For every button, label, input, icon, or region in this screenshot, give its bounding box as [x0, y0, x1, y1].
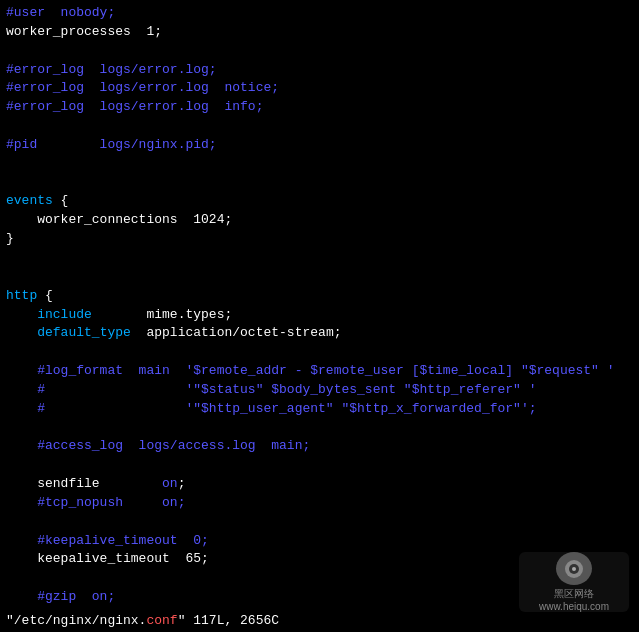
code-text: #tcp_nopush on;	[6, 495, 185, 510]
line-accesslog: #access_log logs/access.log main;	[6, 437, 633, 456]
line-empty	[6, 155, 633, 174]
code-text	[6, 325, 37, 340]
line-empty	[6, 513, 633, 532]
code-text: worker_connections 1024;	[6, 212, 232, 227]
watermark-icon	[556, 552, 592, 585]
code-text: worker_processes 1;	[6, 24, 162, 39]
svg-point-2	[572, 567, 576, 571]
code-text: # '"$status" $body_bytes_sent "$http_ref…	[6, 382, 537, 397]
line-sendfile: sendfile on;	[6, 475, 633, 494]
code-text: keepalive_timeout 65;	[6, 551, 209, 566]
code-text: #user nobody;	[6, 5, 115, 20]
line-empty	[6, 456, 633, 475]
code-text: #keepalive_timeout 0;	[6, 533, 209, 548]
code-text: events	[6, 193, 53, 208]
file-ext: conf	[146, 613, 177, 628]
line-empty	[6, 174, 633, 193]
code-text: mime.types;	[92, 307, 232, 322]
watermark-logo	[563, 558, 585, 580]
file-info: " 117L, 2656C	[178, 613, 279, 628]
watermark-label: 黑区网络	[554, 587, 594, 601]
line-close-events: }	[6, 230, 633, 249]
code-text: #error_log logs/error.log notice;	[6, 80, 279, 95]
code-text: include	[37, 307, 92, 322]
line-events: events {	[6, 192, 633, 211]
line-tcpnopush: #tcp_nopush on;	[6, 494, 633, 513]
line-logfmt3: # '"$http_user_agent" "$http_x_forwarded…	[6, 400, 633, 419]
code-text	[6, 307, 37, 322]
line-logfmt1: #log_format main '$remote_addr - $remote…	[6, 362, 633, 381]
line-http: http {	[6, 287, 633, 306]
code-text: on	[162, 476, 178, 491]
line-2: worker_processes 1;	[6, 23, 633, 42]
code-text: sendfile	[6, 476, 162, 491]
line-empty	[6, 42, 633, 61]
code-editor: #user nobody; worker_processes 1; #error…	[0, 0, 639, 632]
code-text: http	[6, 288, 37, 303]
line-5: #error_log logs/error.log notice;	[6, 79, 633, 98]
line-4: #error_log logs/error.log;	[6, 61, 633, 80]
file-path: "/etc/nginx/nginx.	[6, 613, 146, 628]
line-6: #error_log logs/error.log info;	[6, 98, 633, 117]
code-text: }	[6, 231, 14, 246]
line-8: #pid logs/nginx.pid;	[6, 136, 633, 155]
line-kalive-comment: #keepalive_timeout 0;	[6, 532, 633, 551]
status-bar: "/etc/nginx/nginx.conf" 117L, 2656C	[0, 610, 639, 632]
line-worker-connections: worker_connections 1024;	[6, 211, 633, 230]
code-text: # '"$http_user_agent" "$http_x_forwarded…	[6, 401, 537, 416]
code-text: #log_format main '$remote_addr - $remote…	[6, 363, 615, 378]
line-include: include mime.types;	[6, 306, 633, 325]
line-empty	[6, 117, 633, 136]
line-1: #user nobody;	[6, 4, 633, 23]
watermark-site: www.heiqu.com	[539, 601, 609, 612]
line-logfmt2: # '"$status" $body_bytes_sent "$http_ref…	[6, 381, 633, 400]
code-text: #error_log logs/error.log info;	[6, 99, 263, 114]
line-empty	[6, 419, 633, 438]
code-text: #pid logs/nginx.pid;	[6, 137, 217, 152]
code-text: #gzip on;	[6, 589, 115, 604]
code-text: #access_log logs/access.log main;	[6, 438, 310, 453]
line-empty	[6, 268, 633, 287]
line-empty	[6, 343, 633, 362]
code-text: #error_log logs/error.log;	[6, 62, 217, 77]
code-text: {	[37, 288, 53, 303]
code-text: ;	[178, 476, 186, 491]
watermark: 黑区网络 www.heiqu.com	[519, 552, 629, 612]
code-text: default_type	[37, 325, 131, 340]
line-empty	[6, 249, 633, 268]
code-text: application/octet-stream;	[131, 325, 342, 340]
code-text: {	[53, 193, 69, 208]
line-default-type: default_type application/octet-stream;	[6, 324, 633, 343]
